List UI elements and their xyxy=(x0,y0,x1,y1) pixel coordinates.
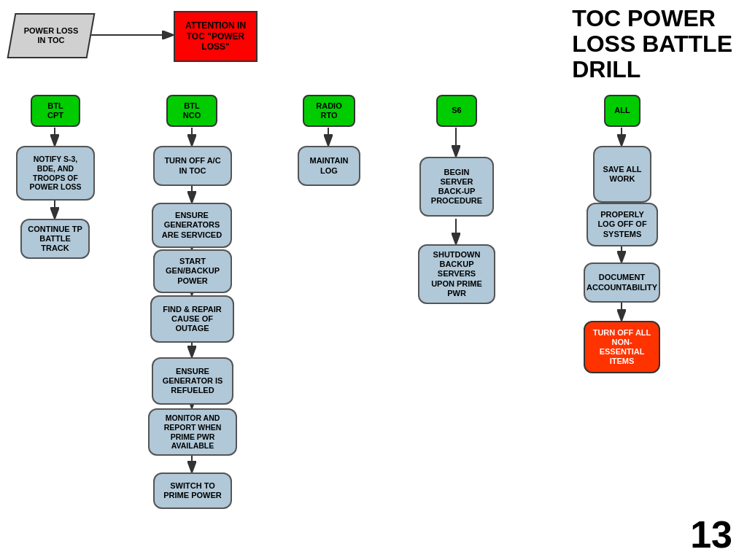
shutdown-servers-node: SHUTDOWN BACKUP SERVERS UPON PRIME PWR xyxy=(418,244,495,304)
page-number: 13 xyxy=(690,513,732,556)
ensure-gen-node: ENSURE GENERATORS ARE SERVICED xyxy=(152,203,232,248)
btl-nco-node: BTL NCO xyxy=(166,95,217,127)
begin-server-node: BEGIN SERVER BACK-UP PROCEDURE xyxy=(419,157,494,217)
btl-cpt-node: BTL CPT xyxy=(31,95,80,127)
power-loss-node: POWER LOSS IN TOC xyxy=(7,13,96,58)
continue-tp-node: CONTINUE TP BATTLE TRACK xyxy=(20,219,90,259)
radio-rto-node: RADIO RTO xyxy=(303,95,355,127)
notify-node: NOTIFY S-3, BDE, AND TROOPS OF POWER LOS… xyxy=(16,146,95,201)
turn-off-all-node: TURN OFF ALL NON-ESSENTIAL ITEMS xyxy=(584,321,660,373)
maintain-log-node: MAINTAIN LOG xyxy=(298,146,360,186)
switch-prime-node: SWITCH TO PRIME POWER xyxy=(153,472,232,509)
monitor-node: MONITOR AND REPORT WHEN PRIME PWR AVAILA… xyxy=(148,408,237,456)
attention-node: ATTENTION IN TOC "POWER LOSS" xyxy=(174,11,258,62)
s6-node: S6 xyxy=(436,95,477,127)
start-gen-node: START GEN/BACKUP POWER xyxy=(153,249,232,293)
main-container: TOC POWER LOSS BATTLE DRILL 13 xyxy=(0,0,747,560)
ensure-refuel-node: ENSURE GENERATOR IS REFUELED xyxy=(152,357,233,405)
document-node: DOCUMENT ACCOUNTABILITY xyxy=(584,262,660,303)
find-repair-node: FIND & REPAIR CAUSE OF OUTAGE xyxy=(150,295,234,343)
page-title: TOC POWER LOSS BATTLE DRILL xyxy=(572,6,732,83)
save-all-node: SAVE ALL WORK xyxy=(593,146,651,203)
properly-log-node: PROPERLY LOG OFF OF SYSTEMS xyxy=(587,203,658,246)
all-node: ALL xyxy=(604,95,640,127)
turn-off-ac-node: TURN OFF A/C IN TOC xyxy=(153,146,232,186)
